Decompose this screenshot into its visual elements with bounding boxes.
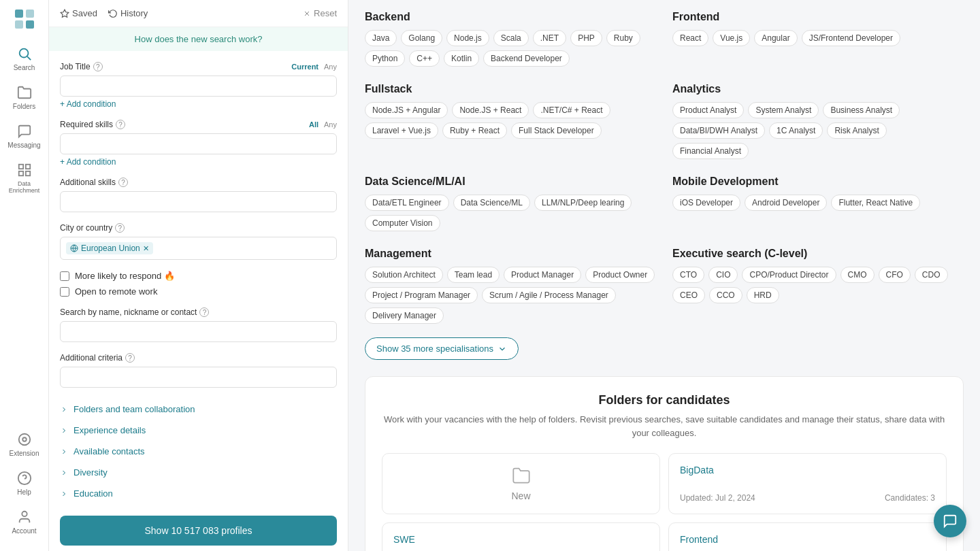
additional-criteria-info[interactable]: ? bbox=[125, 353, 135, 363]
tag-ios[interactable]: iOS Developer bbox=[672, 195, 740, 211]
tag-team-lead[interactable]: Team lead bbox=[447, 267, 500, 283]
tag-java[interactable]: Java bbox=[365, 30, 397, 46]
tag-kotlin[interactable]: Kotlin bbox=[444, 50, 479, 67]
info-banner[interactable]: How does the new search work? bbox=[49, 27, 348, 51]
tag-delivery-manager[interactable]: Delivery Manager bbox=[365, 307, 444, 324]
tag-flutter[interactable]: Flutter, React Native bbox=[831, 195, 920, 211]
tag-llm[interactable]: LLM/NLP/Deep learing bbox=[534, 195, 632, 211]
bigdata-folder-card[interactable]: BigData Updated: Jul 2, 2024 Candidates:… bbox=[668, 453, 947, 514]
tag-product-manager[interactable]: Product Manager bbox=[504, 267, 581, 283]
tag-cio[interactable]: CIO bbox=[708, 267, 738, 283]
tag-android[interactable]: Android Developer bbox=[745, 195, 827, 211]
tag-cpp[interactable]: C++ bbox=[409, 50, 440, 67]
tag-cfo[interactable]: CFO bbox=[879, 267, 911, 283]
diversity-section[interactable]: Diversity bbox=[60, 462, 337, 483]
job-title-label: Job Title ? Current Any bbox=[60, 62, 337, 71]
city-country-input[interactable]: European Union ✕ bbox=[60, 237, 337, 260]
sidebar-item-messaging[interactable]: Messaging bbox=[4, 118, 45, 154]
chevron-right-icon bbox=[60, 405, 68, 414]
tag-ruby-react[interactable]: Ruby + React bbox=[442, 122, 507, 139]
app-logo[interactable] bbox=[11, 5, 38, 33]
tag-scrum[interactable]: Scrum / Agile / Process Manager bbox=[482, 287, 616, 303]
tag-golang[interactable]: Golang bbox=[401, 30, 442, 46]
tag-vuejs[interactable]: Vue.js bbox=[713, 30, 750, 46]
tag-product-owner[interactable]: Product Owner bbox=[585, 267, 655, 283]
add-job-title-condition[interactable]: + Add condition bbox=[60, 99, 116, 109]
experience-section[interactable]: Experience details bbox=[60, 420, 337, 441]
tag-program-manager[interactable]: Project / Program Manager bbox=[365, 287, 478, 303]
tag-system-analyst[interactable]: System Analyst bbox=[748, 102, 819, 118]
sidebar-item-extension[interactable]: Extension bbox=[4, 427, 45, 463]
show-profiles-button[interactable]: Show 10 517 083 profiles bbox=[60, 516, 337, 546]
tag-hrd[interactable]: HRD bbox=[747, 287, 779, 303]
folders-team-section[interactable]: Folders and team collaboration bbox=[60, 399, 337, 420]
all-toggle[interactable]: All bbox=[309, 120, 318, 129]
search-name-input[interactable] bbox=[60, 321, 337, 342]
tag-fullstack-dev[interactable]: Full Stack Developer bbox=[511, 122, 602, 139]
additional-skills-input[interactable] bbox=[60, 191, 337, 212]
reset-button[interactable]: Reset bbox=[303, 8, 337, 18]
sidebar-item-help[interactable]: Help bbox=[4, 465, 45, 501]
tag-solution-architect[interactable]: Solution Architect bbox=[365, 267, 443, 283]
new-folder-card[interactable]: New bbox=[382, 453, 660, 514]
tag-dotnet[interactable]: .NET bbox=[533, 30, 566, 46]
contacts-section[interactable]: Available contacts bbox=[60, 441, 337, 462]
tag-ruby[interactable]: Ruby bbox=[606, 30, 640, 46]
job-title-info[interactable]: ? bbox=[93, 62, 103, 71]
tag-financial-analyst[interactable]: Financial Analyst bbox=[672, 143, 749, 159]
required-skills-input[interactable] bbox=[60, 133, 337, 154]
tag-cco[interactable]: CCO bbox=[709, 287, 742, 303]
add-skills-condition[interactable]: + Add condition bbox=[60, 157, 116, 167]
tag-php[interactable]: PHP bbox=[570, 30, 602, 46]
tag-nodejs-angular[interactable]: Node.JS + Angular bbox=[365, 102, 448, 118]
tag-data-etl[interactable]: Data/ETL Engineer bbox=[365, 195, 449, 211]
current-toggle[interactable]: Current bbox=[291, 63, 318, 71]
sidebar-item-search[interactable]: Search bbox=[4, 41, 45, 77]
tag-laravel-vue[interactable]: Laravel + Vue.js bbox=[365, 122, 438, 139]
saved-button[interactable]: Saved bbox=[60, 8, 97, 18]
tag-data-science-ml[interactable]: Data Science/ML bbox=[453, 195, 530, 211]
eu-tag-remove[interactable]: ✕ bbox=[143, 244, 149, 253]
tag-computer-vision[interactable]: Computer Vision bbox=[365, 215, 440, 231]
tag-product-analyst[interactable]: Product Analyst bbox=[672, 102, 744, 118]
tag-cto[interactable]: CTO bbox=[672, 267, 704, 283]
additional-skills-info[interactable]: ? bbox=[118, 178, 128, 187]
tag-cmo[interactable]: CMO bbox=[840, 267, 875, 283]
job-title-input[interactable] bbox=[60, 76, 337, 97]
tag-js-frontend[interactable]: JS/Frontend Developer bbox=[802, 30, 900, 46]
tag-nodejs[interactable]: Node.js bbox=[446, 30, 489, 46]
sidebar-item-folders[interactable]: Folders bbox=[4, 80, 45, 116]
tag-backend-dev[interactable]: Backend Developer bbox=[483, 50, 570, 67]
svg-rect-2 bbox=[15, 20, 23, 29]
tag-cdo[interactable]: CDO bbox=[915, 267, 948, 283]
additional-criteria-input[interactable] bbox=[60, 367, 337, 388]
frontend-folder-card[interactable]: Frontend Updated: Jun 19, 2024 Candidate… bbox=[668, 522, 947, 551]
tag-cpo[interactable]: CPO/Product Director bbox=[742, 267, 836, 283]
tag-react[interactable]: React bbox=[672, 30, 708, 46]
chat-button[interactable] bbox=[934, 505, 966, 537]
history-button[interactable]: History bbox=[108, 8, 148, 18]
required-skills-info[interactable]: ? bbox=[116, 120, 125, 129]
tag-scala[interactable]: Scala bbox=[493, 30, 529, 46]
tag-nodejs-react[interactable]: Node.JS + React bbox=[452, 102, 529, 118]
any-toggle[interactable]: Any bbox=[324, 63, 337, 71]
tag-business-analyst[interactable]: Business Analyst bbox=[823, 102, 900, 118]
sidebar-item-account[interactable]: Account bbox=[4, 504, 45, 540]
any-skills-toggle[interactable]: Any bbox=[324, 120, 337, 129]
city-country-info[interactable]: ? bbox=[115, 223, 125, 233]
x-icon bbox=[303, 10, 311, 18]
open-remote-checkbox[interactable] bbox=[60, 287, 69, 297]
tag-bi-analyst[interactable]: Data/BI/DWH Analyst bbox=[672, 122, 765, 139]
education-section[interactable]: Education bbox=[60, 483, 337, 504]
tag-1c-analyst[interactable]: 1C Analyst bbox=[769, 122, 823, 139]
tag-python[interactable]: Python bbox=[365, 50, 405, 67]
tag-ceo[interactable]: CEO bbox=[672, 287, 705, 303]
swe-folder-card[interactable]: SWE Updated: Jul 1, 2024 Candidates: 0 bbox=[382, 522, 660, 551]
more-likely-respond-checkbox[interactable] bbox=[60, 271, 69, 281]
show-more-button[interactable]: Show 35 more specialisations bbox=[365, 337, 519, 360]
sidebar-item-enrichment[interactable]: Data Enrichment bbox=[4, 157, 45, 199]
search-name-info[interactable]: ? bbox=[199, 307, 209, 317]
tag-risk-analyst[interactable]: Risk Analyst bbox=[827, 122, 886, 139]
tag-angular[interactable]: Angular bbox=[754, 30, 797, 46]
tag-net-react[interactable]: .NET/C# + React bbox=[533, 102, 610, 118]
